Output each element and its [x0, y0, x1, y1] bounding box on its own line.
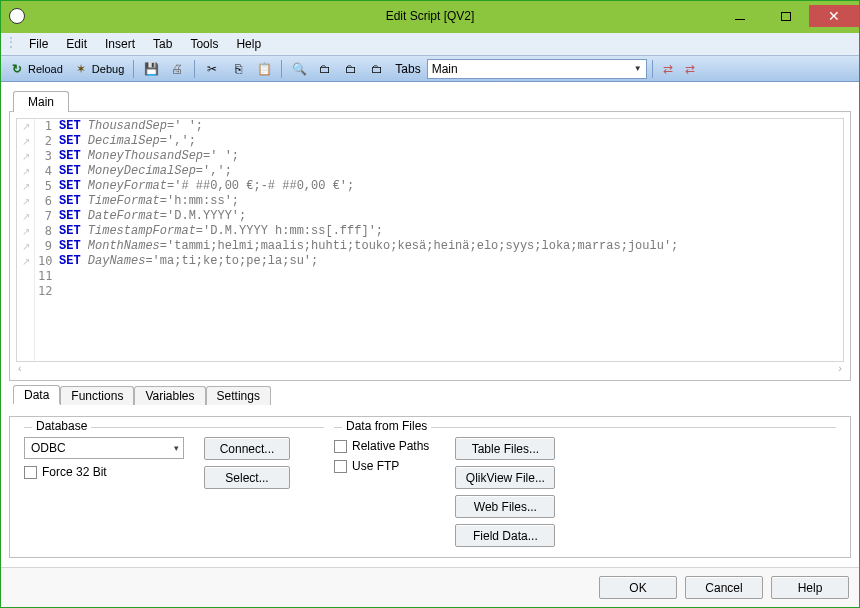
cut-icon: ✂ [204, 61, 220, 77]
code-area[interactable]: SET ThousandSep=' ';SET DecimalSep=',';S… [55, 119, 843, 361]
breakpoint-gutter[interactable]: ↗↗↗↗↗↗↗↗↗↗ [17, 119, 35, 361]
window-title: Edit Script [QV2] [386, 9, 475, 23]
maximize-button[interactable] [763, 5, 809, 27]
checkbox-icon [334, 460, 347, 473]
web-files-button[interactable]: Web Files... [455, 495, 555, 518]
debug-label: Debug [92, 63, 124, 75]
editor-frame: ↗↗↗↗↗↗↗↗↗↗ 123456789101112 SET ThousandS… [9, 111, 851, 381]
bug-icon: ✶ [73, 61, 89, 77]
copy-button[interactable]: ⎘ [226, 59, 250, 79]
use-ftp-checkbox[interactable]: Use FTP [334, 459, 429, 473]
use-ftp-label: Use FTP [352, 459, 399, 473]
panel-tab-functions[interactable]: Functions [60, 386, 134, 405]
swap-icon: ⇄ [684, 61, 696, 77]
menu-tools[interactable]: Tools [182, 35, 226, 53]
tab-main[interactable]: Main [13, 91, 69, 112]
checkbox-icon [24, 466, 37, 479]
line-number-gutter: 123456789101112 [35, 119, 55, 361]
menu-help[interactable]: Help [228, 35, 269, 53]
help-button[interactable]: Help [771, 576, 849, 599]
force-32bit-label: Force 32 Bit [42, 465, 107, 479]
body: Main ↗↗↗↗↗↗↗↗↗↗ 123456789101112 SET Thou… [1, 82, 859, 567]
datafiles-legend: Data from Files [342, 419, 431, 433]
find-button[interactable]: 🔍 [287, 59, 311, 79]
menu-grip-icon: ⋮ [5, 35, 19, 53]
menu-file[interactable]: File [21, 35, 56, 53]
menubar: ⋮ File Edit Insert Tab Tools Help [1, 31, 859, 56]
swap-icon: ⇄ [662, 61, 674, 77]
checkbox-icon [334, 440, 347, 453]
driver-value: ODBC [31, 441, 66, 455]
menu-insert[interactable]: Insert [97, 35, 143, 53]
dropdown-arrow-icon: ▾ [174, 443, 179, 453]
driver-select[interactable]: ODBC ▾ [24, 437, 184, 459]
save-button[interactable]: 💾 [139, 59, 163, 79]
menu-tab[interactable]: Tab [145, 35, 180, 53]
floppy-icon: 💾 [143, 61, 159, 77]
minimize-button[interactable] [717, 5, 763, 27]
table-files-button[interactable]: Table Files... [455, 437, 555, 460]
footer: OK Cancel Help [1, 567, 859, 607]
tab-order-button-2[interactable]: ⇄ [680, 59, 700, 79]
reload-button[interactable]: ↻ Reload [5, 59, 67, 79]
select-button[interactable]: Select... [204, 466, 290, 489]
find-icon: 🔍 [291, 61, 307, 77]
field-data-button[interactable]: Field Data... [455, 524, 555, 547]
panel-tab-settings[interactable]: Settings [206, 386, 271, 405]
folder-button-1[interactable]: 🗀 [313, 59, 337, 79]
print-icon: 🖨 [169, 61, 185, 77]
edit-script-window: Edit Script [QV2] ✕ ⋮ File Edit Insert T… [0, 0, 860, 608]
panel-tabstrip: Data Functions Variables Settings [13, 385, 855, 404]
script-tabstrip: Main [9, 90, 851, 111]
tabs-combo[interactable]: Main ▼ [427, 59, 647, 79]
data-from-files-group: Data from Files Relative Paths Use FTP [334, 427, 836, 547]
ok-button[interactable]: OK [599, 576, 677, 599]
paste-icon: 📋 [256, 61, 272, 77]
tabs-label: Tabs [395, 62, 420, 76]
cut-button[interactable]: ✂ [200, 59, 224, 79]
tab-order-button-1[interactable]: ⇄ [658, 59, 678, 79]
dropdown-arrow-icon: ▼ [634, 64, 642, 73]
panel-tab-variables[interactable]: Variables [134, 386, 205, 405]
relative-paths-label: Relative Paths [352, 439, 429, 453]
force-32bit-checkbox[interactable]: Force 32 Bit [24, 465, 184, 479]
database-group: Database ODBC ▾ Force 32 Bit [24, 427, 324, 547]
database-legend: Database [32, 419, 91, 433]
paste-button[interactable]: 📋 [252, 59, 276, 79]
tabs-combo-value: Main [432, 62, 458, 76]
qlikview-file-button[interactable]: QlikView File... [455, 466, 555, 489]
horizontal-scrollbar[interactable]: ‹› [16, 362, 844, 374]
panel-tab-data[interactable]: Data [13, 385, 60, 404]
minimize-icon [735, 19, 745, 20]
editor[interactable]: ↗↗↗↗↗↗↗↗↗↗ 123456789101112 SET ThousandS… [16, 118, 844, 362]
folder-icon: 🗀 [317, 61, 333, 77]
panel-frame: Database ODBC ▾ Force 32 Bit [9, 416, 851, 558]
titlebar: Edit Script [QV2] ✕ [1, 1, 859, 31]
reload-label: Reload [28, 63, 63, 75]
folder-button-3[interactable]: 🗀 [365, 59, 389, 79]
print-button[interactable]: 🖨 [165, 59, 189, 79]
relative-paths-checkbox[interactable]: Relative Paths [334, 439, 429, 453]
maximize-icon [781, 12, 791, 21]
close-icon: ✕ [828, 8, 840, 24]
folder-icon: 🗀 [343, 61, 359, 77]
toolbar: ↻ Reload ✶ Debug 💾 🖨 ✂ ⎘ 📋 🔍 🗀 🗀 🗀 Tabs … [1, 56, 859, 82]
close-button[interactable]: ✕ [809, 5, 859, 27]
connect-button[interactable]: Connect... [204, 437, 290, 460]
copy-icon: ⎘ [230, 61, 246, 77]
app-icon [9, 8, 25, 24]
debug-button[interactable]: ✶ Debug [69, 59, 128, 79]
folder-button-2[interactable]: 🗀 [339, 59, 363, 79]
folder-icon: 🗀 [369, 61, 385, 77]
cancel-button[interactable]: Cancel [685, 576, 763, 599]
menu-edit[interactable]: Edit [58, 35, 95, 53]
reload-icon: ↻ [9, 61, 25, 77]
